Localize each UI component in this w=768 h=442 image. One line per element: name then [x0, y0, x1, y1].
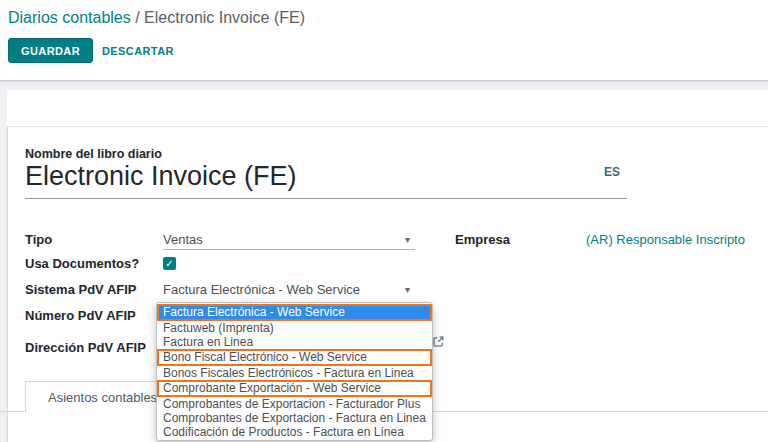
- dropdown-option[interactable]: Bonos Fiscales Electrónicos - Factura en…: [157, 366, 432, 380]
- chevron-down-icon[interactable]: ▾: [405, 234, 410, 245]
- tipo-select[interactable]: Ventas: [163, 232, 203, 247]
- breadcrumb-current: Electronic Invoice (FE): [144, 9, 305, 26]
- chevron-down-icon[interactable]: ▾: [405, 284, 410, 295]
- dropdown-option[interactable]: Comprobantes de Exportacion - Facturador…: [157, 397, 432, 411]
- journal-form-page: Diarios contables / Electronic Invoice (…: [0, 0, 768, 442]
- empresa-value-link[interactable]: (AR) Responsable Inscripto: [586, 232, 745, 247]
- numero-pdv-label: Número PdV AFIP: [25, 308, 136, 323]
- tipo-label: Tipo: [25, 232, 52, 247]
- dropdown-option[interactable]: Comprobante Exportación - Web Service: [157, 380, 432, 397]
- translate-es-badge[interactable]: ES: [604, 165, 620, 179]
- dropdown-option[interactable]: Bono Fiscal Electrónico - Web Service: [157, 349, 432, 366]
- sistema-pdv-select[interactable]: Factura Electrónica - Web Service: [163, 282, 360, 297]
- breadcrumb-separator: /: [131, 9, 144, 26]
- tipo-select-underline: [163, 249, 415, 250]
- breadcrumb-parent-link[interactable]: Diarios contables: [8, 9, 131, 26]
- dropdown-option[interactable]: Comprobantes de Exportacion - Factura en…: [157, 411, 432, 425]
- discard-button[interactable]: DESCARTAR: [96, 38, 180, 63]
- breadcrumb: Diarios contables / Electronic Invoice (…: [8, 9, 305, 27]
- usa-documentos-label: Usa Documentos?: [25, 256, 139, 271]
- journal-name-input[interactable]: Electronic Invoice (FE): [25, 161, 627, 199]
- sistema-pdv-label: Sistema PdV AFIP: [25, 282, 137, 297]
- usa-documentos-checkbox[interactable]: ✓: [163, 257, 176, 270]
- control-panel: Diarios contables / Electronic Invoice (…: [0, 0, 768, 81]
- checkmark-icon: ✓: [165, 258, 173, 269]
- dropdown-option[interactable]: Factura en Linea: [157, 335, 432, 349]
- save-button[interactable]: GUARDAR: [8, 38, 93, 63]
- dropdown-option[interactable]: Codificación de Productos - Factura en L…: [157, 425, 432, 439]
- dropdown-option[interactable]: Factura Electrónica - Web Service: [157, 304, 432, 321]
- dropdown-option[interactable]: Factuweb (Imprenta): [157, 321, 432, 335]
- form-statusbar: [7, 90, 768, 127]
- journal-name-label: Nombre del libro diario: [25, 147, 162, 161]
- direccion-pdv-label: Dirección PdV AFIP: [25, 340, 146, 355]
- sistema-pdv-dropdown: Factura Electrónica - Web Service Factuw…: [156, 302, 433, 441]
- empresa-label: Empresa: [455, 232, 510, 247]
- external-link-icon[interactable]: [432, 335, 445, 348]
